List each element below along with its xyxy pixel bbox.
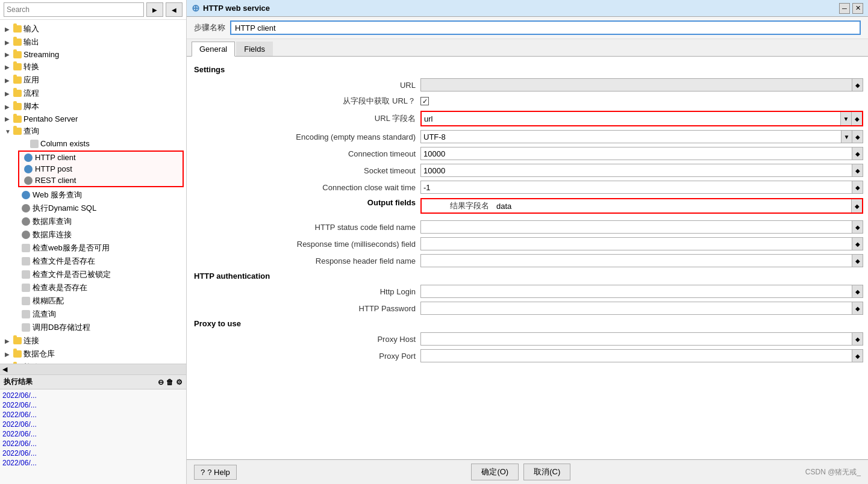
result-field-input[interactable] [494, 199, 851, 213]
log-settings-btn[interactable]: ⚙ [176, 378, 183, 386]
log-title: 执行结果 [4, 377, 33, 387]
action-buttons: 确定(O) 取消(C) [471, 464, 570, 480]
log-trash-btn[interactable]: 🗑 [166, 378, 173, 386]
connection-close-wait-label: Connection close wait time [192, 183, 420, 192]
search-input[interactable] [4, 2, 144, 17]
log-minus-btn[interactable]: ⊖ [158, 378, 164, 386]
connection-timeout-spin-btn[interactable]: ◆ [852, 147, 863, 160]
collapse-handle[interactable]: ◀ [0, 364, 186, 375]
sidebar-item-data-warehouse[interactable]: ▶ 数据仓库 [0, 347, 186, 361]
response-time-spin-btn[interactable]: ◆ [852, 237, 863, 250]
close-button[interactable]: ✕ [852, 3, 863, 14]
sidebar-item-label: Column exists [40, 139, 90, 148]
http-status-input[interactable] [420, 220, 852, 234]
search-button[interactable]: ▶ [146, 2, 163, 17]
sidebar-item-db-connect[interactable]: 数据库连接 [0, 228, 186, 241]
socket-timeout-input[interactable] [420, 164, 852, 177]
step-name-input[interactable] [230, 20, 861, 35]
ok-button[interactable]: 确定(O) [471, 464, 519, 480]
proxy-port-wrapper: ◆ [420, 349, 863, 362]
sidebar-item-label: Web 服务查询 [33, 190, 82, 200]
collapse-button[interactable]: ◀ [166, 2, 183, 17]
sidebar-item-query[interactable]: ▼ 查询 [0, 125, 186, 138]
sidebar-item-label: 调用DB存储过程 [33, 322, 90, 333]
db-icon [22, 231, 30, 239]
sidebar-item-call-db-proc[interactable]: 调用DB存储过程 [0, 321, 186, 334]
connection-close-wait-row: Connection close wait time ◆ [187, 179, 868, 196]
log-entry: 2022/06/... [2, 458, 184, 468]
encoding-spin-btn[interactable]: ◆ [852, 130, 863, 143]
encoding-input[interactable] [420, 130, 841, 143]
sidebar-item-transform[interactable]: ▶ 转换 [0, 60, 186, 73]
encoding-dropdown-btn[interactable]: ▼ [841, 130, 852, 143]
cancel-button[interactable]: 取消(C) [523, 464, 570, 480]
result-field-spin-btn[interactable]: ◆ [851, 199, 862, 213]
url-field-name-input[interactable] [422, 112, 840, 125]
response-time-input[interactable] [420, 237, 852, 250]
sidebar-item-label: HTTP client [35, 153, 76, 162]
http-status-spin-btn[interactable]: ◆ [852, 220, 863, 234]
proxy-host-spin-btn[interactable]: ◆ [852, 332, 863, 346]
url-from-field-checkbox[interactable] [420, 97, 429, 105]
socket-timeout-spin-btn[interactable]: ◆ [852, 164, 863, 177]
sidebar-item-flow[interactable]: ▶ 流程 [0, 87, 186, 100]
sidebar-item-http-client[interactable]: HTTP client [19, 152, 183, 163]
http-auth-title: HTTP authentication [187, 269, 868, 283]
sidebar-item-db-query[interactable]: 数据库查询 [0, 215, 186, 228]
sidebar-item-check-table[interactable]: 检查表是否存在 [0, 281, 186, 294]
proxy-port-spin-btn[interactable]: ◆ [852, 349, 863, 362]
http-login-wrapper: ◆ [420, 285, 863, 298]
step-name-label: 步骤名称 [194, 22, 225, 33]
sidebar-item-check-file-locked[interactable]: 检查文件是否已被锁定 [0, 268, 186, 281]
sidebar-item-fuzzy-match[interactable]: 模糊匹配 [0, 294, 186, 308]
proxy-port-row: Proxy Port ◆ [187, 347, 868, 364]
url-input[interactable] [420, 78, 852, 92]
response-header-wrapper: ◆ [420, 254, 863, 267]
sidebar-item-pentaho[interactable]: ▶ Pentaho Server [0, 113, 186, 125]
sidebar-item-check-file-exists[interactable]: 检查文件是否存在 [0, 255, 186, 268]
sidebar-item-column-exists[interactable]: Column exists [0, 138, 186, 149]
response-header-spin-btn[interactable]: ◆ [852, 254, 863, 267]
proxy-host-input[interactable] [420, 332, 852, 346]
sidebar-item-script[interactable]: ▶ 脚本 [0, 100, 186, 113]
url-field-dropdown-btn[interactable]: ▼ [840, 112, 851, 125]
output-fields-section: Output fields 结果字段名 ◆ [187, 196, 868, 219]
connection-close-wait-wrapper: ◆ [420, 181, 863, 194]
tab-fields[interactable]: Fields [236, 42, 273, 56]
connection-timeout-input[interactable] [420, 147, 852, 160]
proxy-port-input[interactable] [420, 349, 852, 362]
log-entry: 2022/06/... [2, 400, 184, 410]
expand-icon: ▶ [5, 26, 13, 33]
sidebar-item-check-web[interactable]: 检查web服务是否可用 [0, 241, 186, 255]
url-field-spin-btn[interactable]: ◆ [851, 112, 862, 125]
sidebar-item-output[interactable]: ▶ 输出 [0, 36, 186, 49]
sidebar-item-input[interactable]: ▶ 输入 [0, 22, 186, 36]
connection-close-wait-spin-btn[interactable]: ◆ [852, 181, 863, 194]
db-icon [22, 204, 30, 213]
url-spin-btn[interactable]: ◆ [852, 78, 863, 92]
sidebar-item-label: 数据仓库 [23, 349, 55, 359]
encoding-label: Encoding (empty means standard) [192, 132, 420, 141]
tab-general[interactable]: General [192, 42, 235, 57]
sidebar-item-app[interactable]: ▶ 应用 [0, 73, 186, 87]
log-entry: 2022/06/... [2, 410, 184, 420]
sidebar-item-streaming[interactable]: ▶ Streaming [0, 49, 186, 60]
connection-close-wait-input[interactable] [420, 181, 852, 194]
http-login-spin-btn[interactable]: ◆ [852, 285, 863, 298]
sidebar-item-connect[interactable]: ▶ 连接 [0, 334, 186, 347]
result-field-wrapper: 结果字段名 ◆ [420, 198, 863, 214]
sidebar-item-dynamic-sql[interactable]: 执行Dynamic SQL [0, 202, 186, 215]
response-header-input[interactable] [420, 254, 852, 267]
sidebar-item-flow-query[interactable]: 流查询 [0, 308, 186, 321]
help-button[interactable]: ? ? Help [194, 465, 237, 480]
sidebar-item-rest-client[interactable]: REST client [19, 175, 183, 186]
sidebar-item-label: 流查询 [33, 309, 56, 320]
sidebar-item-web-service-query[interactable]: Web 服务查询 [0, 188, 186, 202]
http-login-input[interactable] [420, 285, 852, 298]
http-password-input[interactable] [420, 302, 852, 315]
sidebar-item-http-post[interactable]: HTTP post [19, 163, 183, 175]
http-password-spin-btn[interactable]: ◆ [852, 302, 863, 315]
sidebar-item-label: 应用 [23, 75, 39, 85]
minimize-button[interactable]: ─ [839, 3, 850, 14]
help-icon: ? [201, 468, 205, 477]
